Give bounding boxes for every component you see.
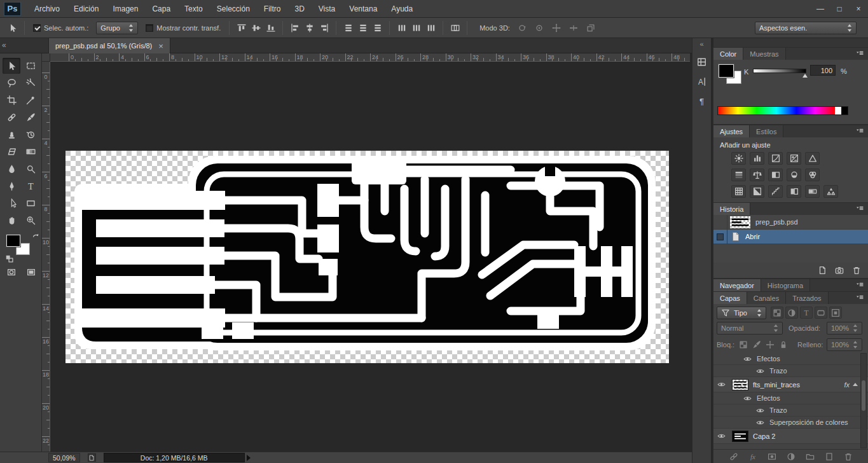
delete-layer-button[interactable] [842,451,855,462]
tab-muestras[interactable]: Muestras [743,48,785,60]
tab-ajustes[interactable]: Ajustes [713,125,750,137]
menu-3d[interactable]: 3D [287,0,311,18]
panel-grid-button[interactable] [694,54,710,69]
visibility-toggle[interactable] [717,380,726,389]
curves-adjustment-button[interactable] [768,152,783,165]
layer-row-trazo[interactable]: Trazo [713,365,868,377]
adjustment-filter-button[interactable] [785,307,798,319]
tab-canales[interactable]: Canales [747,292,786,304]
dodge-tool[interactable] [22,161,39,177]
link-layers-button[interactable] [727,451,740,462]
menu-seleccion[interactable]: Selección [210,0,257,18]
dist-top-button[interactable] [341,20,355,35]
layer-row-capa-2[interactable]: Capa 2 [713,429,868,444]
quick-mask-button[interactable] [4,265,18,279]
paragraph-panel-button[interactable]: ¶ [694,93,710,109]
color-lookup-adjustment-button[interactable] [731,185,746,198]
shape-filter-button[interactable] [815,307,827,319]
menu-filtro[interactable]: Filtro [257,0,288,18]
3d-orbit-button[interactable] [515,20,530,35]
layer-row-efectos[interactable]: Efectos [713,392,868,404]
align-middle-button[interactable] [249,20,263,35]
swap-colors-button[interactable] [32,233,41,242]
delete-button[interactable] [850,265,863,276]
expand-panels-icon[interactable]: « [692,38,711,50]
layer-row-fts-mini-traces[interactable]: fts_mini_tracesfx [713,377,868,392]
path-select-tool[interactable] [3,195,20,211]
menu-vista[interactable]: Vista [312,0,342,18]
close-tab-icon[interactable]: × [158,41,163,51]
new-snapshot-button[interactable] [833,265,846,276]
layer-row-superposicion-de-colores[interactable]: Superposición de colores [713,417,868,429]
color-balance-adjustment-button[interactable] [750,169,764,181]
visibility-toggle[interactable] [755,367,765,375]
new-doc-from-state-button[interactable] [816,265,829,276]
3d-pan-button[interactable] [549,20,564,35]
lock-all-button[interactable] [778,339,789,350]
history-brush-tool[interactable] [22,127,39,142]
layer-thumbnail[interactable] [732,379,748,390]
menu-texto[interactable]: Texto [177,0,210,18]
fill-dropdown[interactable]: 100% [827,338,862,351]
visibility-toggle[interactable] [743,394,752,403]
threshold-adjustment-button[interactable] [787,185,801,198]
stamp-tool[interactable] [3,127,20,142]
ruler-origin-corner[interactable] [42,53,50,62]
menu-edicion[interactable]: Edición [67,0,106,18]
layer-mask-button[interactable] [766,451,778,462]
menu-imagen[interactable]: Imagen [106,0,145,18]
panel-menu-button[interactable] [855,127,865,135]
shape-tool[interactable] [22,195,39,211]
brightness-contrast-adjustment-button[interactable] [731,152,746,165]
history-item-abrir[interactable]: Abrir [713,230,868,244]
align-center-button[interactable] [302,20,317,35]
dist-bottom-button[interactable] [370,20,385,35]
opacity-dropdown[interactable]: 100% [827,322,862,335]
status-proxy-icon[interactable] [88,453,96,462]
exposure-adjustment-button[interactable] [787,152,801,165]
spectrum-white-swatch[interactable] [835,107,841,114]
menu-ventana[interactable]: Ventana [342,0,384,18]
tab-color[interactable]: Color [713,48,743,60]
3d-slide-button[interactable] [567,20,581,35]
levels-adjustment-button[interactable] [750,152,764,165]
show-transform-checkbox[interactable]: Mostrar contr. transf. [146,24,221,32]
k-channel-slider[interactable] [753,69,806,73]
slider-handle-icon[interactable] [803,74,808,78]
spectrum-gradient[interactable] [718,107,835,114]
brush-tool[interactable] [22,109,39,125]
hand-tool[interactable] [3,212,20,228]
blend-mode-dropdown[interactable]: Normal [717,322,783,335]
foreground-color-swatch[interactable] [6,235,20,247]
layer-thumbnail[interactable] [732,431,748,442]
move-tool[interactable] [3,58,20,74]
spectrum-black-swatch[interactable] [841,107,848,114]
layer-fx-badge[interactable]: fx [844,381,858,389]
color-spectrum-ramp[interactable] [717,106,848,115]
align-right-button[interactable] [317,20,331,35]
wand-tool[interactable] [22,75,39,91]
align-bottom-button[interactable] [263,20,278,35]
panel-menu-button[interactable] [855,281,865,289]
document-size-field[interactable]: Doc: 1,20 MB/16,6 MB [104,453,245,462]
hue-saturation-adjustment-button[interactable] [731,169,746,181]
panel-menu-button[interactable] [855,205,865,213]
restore-button[interactable]: □ [830,0,849,18]
layer-row-trazo[interactable]: Trazo [713,404,868,417]
type-filter-button[interactable]: T [800,307,813,319]
posterize-adjustment-button[interactable] [768,185,783,198]
move-tool-preset-button[interactable] [5,20,20,35]
history-item-prep-psb-psd[interactable]: prep_psb.psd [713,215,868,230]
healing-tool[interactable] [3,109,20,125]
tab-navegador[interactable]: Navegador [713,279,761,291]
panel-menu-button[interactable] [855,294,865,302]
tab-histograma[interactable]: Histograma [761,279,810,291]
dist-left-button[interactable] [394,20,409,35]
3d-roll-button[interactable] [532,20,547,35]
dist-middle-button[interactable] [355,20,370,35]
smart-filter-button[interactable] [829,307,842,319]
align-top-button[interactable] [234,20,249,35]
tab-trazados[interactable]: Trazados [786,292,828,304]
workspace-switcher[interactable]: Aspectos esen. [755,22,857,34]
visibility-toggle[interactable] [755,418,765,427]
